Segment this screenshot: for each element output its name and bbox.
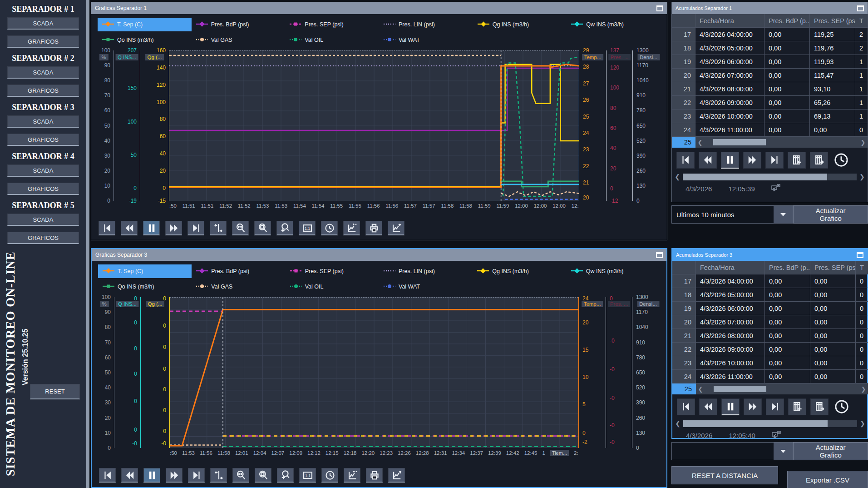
axis-adjust-button[interactable] (343, 221, 360, 235)
table-row[interactable]: 234/3/2026 10:00:000,000,000 (672, 356, 868, 370)
legend-item[interactable]: Pres. LIN (psi) (379, 18, 473, 31)
skip-end-button[interactable] (765, 152, 784, 169)
restore-window-icon[interactable] (656, 252, 663, 258)
zoom-out-button[interactable] (232, 468, 249, 483)
scada-button[interactable]: SCADA (7, 66, 79, 79)
table-row[interactable]: 174/3/2026 04:00:000,00119,252 (672, 28, 868, 41)
scrollbar-track[interactable] (704, 139, 859, 145)
table-row[interactable]: 244/3/2026 11:00:000,000,000 (672, 370, 868, 383)
zoom-window-button[interactable] (255, 468, 271, 483)
table-next-button[interactable] (810, 152, 828, 169)
slider-left-arrow[interactable]: ❮ (674, 173, 681, 180)
legend-item[interactable]: Val OIL (286, 280, 379, 294)
table-next-button[interactable] (810, 398, 829, 415)
clock-round-button[interactable] (833, 398, 851, 415)
select-dropdown-button[interactable] (774, 206, 793, 223)
reset-a-distancia-button[interactable]: RESET A DISTANCIA (671, 466, 778, 484)
cursor-pan-button[interactable] (210, 221, 227, 235)
rewind-button[interactable] (699, 152, 717, 169)
skip-end-button[interactable] (766, 398, 784, 415)
skip-end-button[interactable] (187, 221, 204, 235)
plot-area[interactable] (169, 50, 579, 201)
scada-button[interactable]: SCADA (7, 214, 79, 226)
table-row[interactable]: 184/3/2026 05:00:000,000,000 (672, 288, 868, 302)
graficos-button[interactable]: GRAFICOS (7, 35, 79, 48)
print-button[interactable] (365, 221, 382, 235)
pause-button[interactable] (721, 152, 739, 169)
cursor-pan-button[interactable] (210, 468, 227, 483)
actualizar-grafico-button[interactable]: Actualizar Grafico (793, 205, 868, 224)
legend-item[interactable]: Qg INS (m3/h) (473, 264, 566, 278)
table-prev-button[interactable] (788, 398, 806, 415)
table-row[interactable]: 174/3/2026 04:00:000,000,000 (672, 274, 868, 288)
scroll-right-arrow[interactable]: ❯ (860, 386, 867, 393)
time-range-select[interactable]: Ultimos 10 minutos (671, 205, 793, 224)
legend-item[interactable]: Val GAS (192, 280, 285, 294)
table-row[interactable]: 224/3/2026 09:00:000,0065,261 (672, 96, 868, 110)
scroll-left-arrow[interactable]: ❮ (696, 139, 704, 146)
legend-item[interactable]: Pres. SEP (psi) (285, 18, 379, 31)
legend-item[interactable]: Pres. BdP (psi) (192, 18, 286, 31)
pause-button[interactable] (143, 468, 160, 483)
table-prev-button[interactable] (788, 152, 806, 169)
fast-forward-button[interactable] (165, 221, 182, 235)
slider-left-arrow[interactable]: ❮ (674, 420, 681, 427)
rewind-button[interactable] (121, 468, 138, 483)
scrollbar-thumb[interactable] (714, 386, 767, 392)
table-row[interactable]: 244/3/2026 11:00:000,000,000 (672, 123, 868, 137)
skip-end-button[interactable] (188, 468, 205, 483)
fast-forward-button[interactable] (743, 152, 761, 169)
skip-start-button[interactable] (99, 221, 115, 235)
legend-item[interactable]: Qg INS (m3/h) (473, 18, 567, 31)
horizontal-scrollbar[interactable]: ❮❯ (695, 137, 868, 148)
table-row[interactable]: 194/3/2026 06:00:000,00119,931 (672, 55, 868, 69)
scroll-right-arrow[interactable]: ❯ (859, 139, 867, 146)
table-row[interactable]: 184/3/2026 05:00:000,00119,762 (672, 41, 868, 55)
legend-item[interactable]: Val WAT (379, 280, 473, 294)
skip-start-button[interactable] (676, 152, 695, 169)
rewind-button[interactable] (699, 398, 717, 415)
zoom-out-button[interactable] (232, 221, 249, 235)
scada-button[interactable]: SCADA (7, 17, 79, 30)
horizontal-scrollbar[interactable]: ❮❯ (696, 383, 868, 394)
table-row[interactable]: 214/3/2026 08:00:000,000,000 (672, 329, 868, 343)
legend-item[interactable]: Qw INS (m3/h) (567, 18, 661, 31)
legend-item[interactable]: T. Sep (C) (98, 264, 192, 278)
legend-item[interactable]: Pres. SEP (psi) (286, 264, 379, 278)
table-row[interactable]: 204/3/2026 07:00:000,00115,471 (672, 69, 868, 82)
pause-button[interactable] (143, 221, 160, 235)
scrollbar-thumb[interactable] (713, 139, 766, 145)
slider-right-arrow[interactable]: ❯ (858, 173, 866, 180)
axis-adjust-button[interactable] (344, 468, 360, 483)
rewind-button[interactable] (121, 221, 138, 235)
select-dropdown-button[interactable] (774, 443, 793, 460)
scrollbar-track[interactable] (704, 386, 860, 392)
fast-forward-button[interactable] (166, 468, 182, 483)
time-range-select[interactable] (671, 442, 793, 460)
selected-row-number[interactable]: 25 (672, 383, 696, 394)
legend-item[interactable]: Qo INS (m3/h) (98, 280, 192, 294)
legend-item[interactable]: Pres. LIN (psi) (379, 264, 473, 278)
legend-item[interactable]: Qo INS (m3/h) (98, 33, 192, 47)
exportar-csv-button[interactable]: Exportar .CSV (787, 471, 868, 488)
restore-window-icon[interactable] (656, 5, 663, 11)
graficos-button[interactable]: GRAFICOS (7, 183, 79, 195)
time-slider[interactable] (683, 174, 857, 180)
reset-button[interactable]: RESET (30, 384, 80, 399)
legend-item[interactable]: Val GAS (192, 33, 286, 47)
legend-item[interactable]: Pres. BdP (psi) (192, 264, 285, 278)
table-row[interactable]: 194/3/2026 06:00:000,000,000 (672, 302, 868, 315)
zoom-in-button[interactable] (276, 221, 293, 235)
skip-start-button[interactable] (99, 468, 116, 483)
restore-window-icon[interactable] (857, 5, 864, 11)
legend-item[interactable]: T. Sep (C) (98, 18, 192, 31)
restore-window-icon[interactable] (857, 252, 863, 258)
chart-export-button[interactable] (388, 221, 404, 235)
clock-button[interactable] (321, 468, 338, 483)
graficos-button[interactable]: GRAFICOS (7, 85, 79, 97)
graficos-button[interactable]: GRAFICOS (7, 232, 79, 244)
legend-item[interactable]: Qw INS (m3/h) (567, 264, 660, 278)
scada-button[interactable]: SCADA (7, 164, 79, 177)
skip-start-button[interactable] (677, 398, 695, 415)
chart-export-button[interactable] (388, 468, 405, 483)
